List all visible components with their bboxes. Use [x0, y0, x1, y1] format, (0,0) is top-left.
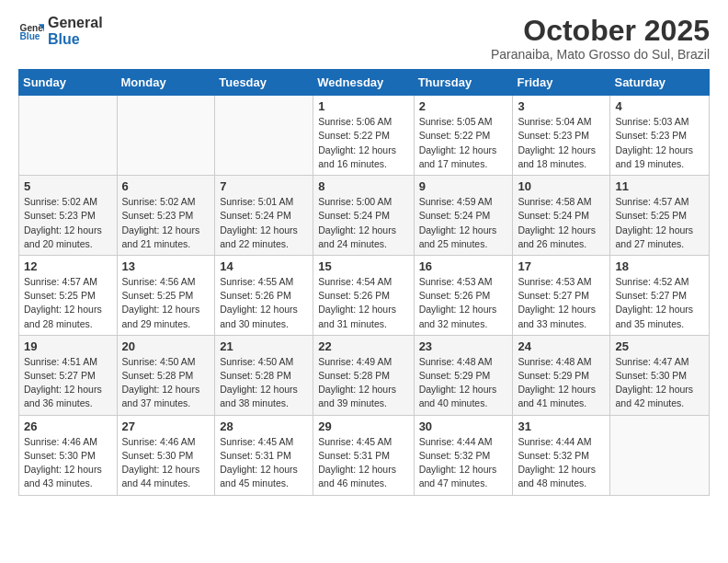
day-info: Sunrise: 5:01 AM Sunset: 5:24 PM Dayligh… — [220, 195, 308, 251]
day-number: 29 — [318, 419, 408, 433]
calendar-cell: 14Sunrise: 4:55 AM Sunset: 5:26 PM Dayli… — [215, 255, 313, 335]
day-number: 11 — [615, 179, 704, 193]
calendar-cell — [117, 96, 215, 176]
calendar-cell: 30Sunrise: 4:44 AM Sunset: 5:32 PM Dayli… — [414, 415, 513, 495]
day-info: Sunrise: 4:44 AM Sunset: 5:32 PM Dayligh… — [518, 435, 605, 491]
day-info: Sunrise: 5:06 AM Sunset: 5:22 PM Dayligh… — [318, 115, 408, 171]
day-number: 28 — [220, 419, 308, 433]
day-number: 10 — [518, 179, 605, 193]
calendar-cell: 1Sunrise: 5:06 AM Sunset: 5:22 PM Daylig… — [313, 96, 414, 176]
day-info: Sunrise: 4:57 AM Sunset: 5:25 PM Dayligh… — [615, 195, 704, 251]
calendar-cell: 12Sunrise: 4:57 AM Sunset: 5:25 PM Dayli… — [19, 255, 118, 335]
day-info: Sunrise: 4:48 AM Sunset: 5:29 PM Dayligh… — [419, 355, 508, 411]
day-number: 30 — [419, 419, 508, 433]
weekday-header-sunday: Sunday — [19, 70, 118, 96]
day-number: 1 — [318, 99, 408, 113]
logo-general: General — [48, 15, 103, 31]
calendar-cell: 20Sunrise: 4:50 AM Sunset: 5:28 PM Dayli… — [117, 335, 215, 415]
day-info: Sunrise: 4:50 AM Sunset: 5:28 PM Dayligh… — [122, 355, 210, 411]
day-info: Sunrise: 4:56 AM Sunset: 5:25 PM Dayligh… — [122, 275, 210, 331]
day-number: 18 — [615, 259, 704, 273]
day-info: Sunrise: 4:45 AM Sunset: 5:31 PM Dayligh… — [318, 435, 408, 491]
calendar-cell: 6Sunrise: 5:02 AM Sunset: 5:23 PM Daylig… — [117, 176, 215, 256]
day-info: Sunrise: 4:49 AM Sunset: 5:28 PM Dayligh… — [318, 355, 408, 411]
day-number: 26 — [24, 419, 112, 433]
calendar-cell: 16Sunrise: 4:53 AM Sunset: 5:26 PM Dayli… — [414, 255, 513, 335]
calendar-cell — [19, 96, 118, 176]
day-number: 3 — [518, 99, 605, 113]
weekday-header-thursday: Thursday — [414, 70, 513, 96]
day-number: 17 — [518, 259, 605, 273]
day-info: Sunrise: 4:45 AM Sunset: 5:31 PM Dayligh… — [220, 435, 308, 491]
day-number: 13 — [122, 259, 210, 273]
day-info: Sunrise: 5:03 AM Sunset: 5:23 PM Dayligh… — [615, 115, 704, 171]
weekday-header-tuesday: Tuesday — [215, 70, 313, 96]
logo: General Blue General Blue — [18, 15, 103, 49]
calendar-cell: 22Sunrise: 4:49 AM Sunset: 5:28 PM Dayli… — [313, 335, 414, 415]
weekday-header-wednesday: Wednesday — [313, 70, 414, 96]
calendar-cell: 8Sunrise: 5:00 AM Sunset: 5:24 PM Daylig… — [313, 176, 414, 256]
calendar-cell: 5Sunrise: 5:02 AM Sunset: 5:23 PM Daylig… — [19, 176, 118, 256]
day-info: Sunrise: 4:52 AM Sunset: 5:27 PM Dayligh… — [615, 275, 704, 331]
day-number: 5 — [24, 179, 112, 193]
day-number: 25 — [615, 339, 704, 353]
calendar-cell: 11Sunrise: 4:57 AM Sunset: 5:25 PM Dayli… — [610, 176, 710, 256]
day-info: Sunrise: 4:51 AM Sunset: 5:27 PM Dayligh… — [24, 355, 112, 411]
calendar-cell: 24Sunrise: 4:48 AM Sunset: 5:29 PM Dayli… — [513, 335, 610, 415]
day-number: 27 — [122, 419, 210, 433]
calendar-cell: 18Sunrise: 4:52 AM Sunset: 5:27 PM Dayli… — [610, 255, 710, 335]
calendar-cell: 3Sunrise: 5:04 AM Sunset: 5:23 PM Daylig… — [513, 96, 610, 176]
logo-blue: Blue — [48, 31, 103, 48]
day-info: Sunrise: 5:05 AM Sunset: 5:22 PM Dayligh… — [419, 115, 508, 171]
day-number: 7 — [220, 179, 308, 193]
day-number: 21 — [220, 339, 308, 353]
day-info: Sunrise: 4:57 AM Sunset: 5:25 PM Dayligh… — [24, 275, 112, 331]
day-info: Sunrise: 4:53 AM Sunset: 5:26 PM Dayligh… — [419, 275, 508, 331]
calendar-cell: 25Sunrise: 4:47 AM Sunset: 5:30 PM Dayli… — [610, 335, 710, 415]
day-number: 19 — [24, 339, 112, 353]
calendar-cell: 29Sunrise: 4:45 AM Sunset: 5:31 PM Dayli… — [313, 415, 414, 495]
svg-text:Blue: Blue — [20, 32, 40, 42]
calendar: SundayMondayTuesdayWednesdayThursdayFrid… — [18, 69, 710, 495]
calendar-cell: 17Sunrise: 4:53 AM Sunset: 5:27 PM Dayli… — [513, 255, 610, 335]
day-number: 20 — [122, 339, 210, 353]
calendar-cell — [610, 415, 710, 495]
subtitle: Paranaiba, Mato Grosso do Sul, Brazil — [491, 47, 710, 62]
day-info: Sunrise: 4:50 AM Sunset: 5:28 PM Dayligh… — [220, 355, 308, 411]
day-info: Sunrise: 4:54 AM Sunset: 5:26 PM Dayligh… — [318, 275, 408, 331]
day-info: Sunrise: 4:47 AM Sunset: 5:30 PM Dayligh… — [615, 355, 704, 411]
calendar-cell: 9Sunrise: 4:59 AM Sunset: 5:24 PM Daylig… — [414, 176, 513, 256]
day-number: 12 — [24, 259, 112, 273]
day-info: Sunrise: 5:02 AM Sunset: 5:23 PM Dayligh… — [24, 195, 112, 251]
calendar-cell: 27Sunrise: 4:46 AM Sunset: 5:30 PM Dayli… — [117, 415, 215, 495]
day-info: Sunrise: 4:58 AM Sunset: 5:24 PM Dayligh… — [518, 195, 605, 251]
day-number: 4 — [615, 99, 704, 113]
calendar-cell: 31Sunrise: 4:44 AM Sunset: 5:32 PM Dayli… — [513, 415, 610, 495]
title-block: October 2025 Paranaiba, Mato Grosso do S… — [491, 15, 710, 62]
day-info: Sunrise: 4:53 AM Sunset: 5:27 PM Dayligh… — [518, 275, 605, 331]
weekday-header-friday: Friday — [513, 70, 610, 96]
day-number: 23 — [419, 339, 508, 353]
day-number: 14 — [220, 259, 308, 273]
calendar-cell: 19Sunrise: 4:51 AM Sunset: 5:27 PM Dayli… — [19, 335, 118, 415]
calendar-cell: 15Sunrise: 4:54 AM Sunset: 5:26 PM Dayli… — [313, 255, 414, 335]
day-info: Sunrise: 4:46 AM Sunset: 5:30 PM Dayligh… — [122, 435, 210, 491]
day-number: 2 — [419, 99, 508, 113]
day-number: 9 — [419, 179, 508, 193]
day-info: Sunrise: 5:00 AM Sunset: 5:24 PM Dayligh… — [318, 195, 408, 251]
day-number: 31 — [518, 419, 605, 433]
calendar-cell: 13Sunrise: 4:56 AM Sunset: 5:25 PM Dayli… — [117, 255, 215, 335]
weekday-header-monday: Monday — [117, 70, 215, 96]
day-info: Sunrise: 4:55 AM Sunset: 5:26 PM Dayligh… — [220, 275, 308, 331]
day-info: Sunrise: 5:02 AM Sunset: 5:23 PM Dayligh… — [122, 195, 210, 251]
calendar-cell: 2Sunrise: 5:05 AM Sunset: 5:22 PM Daylig… — [414, 96, 513, 176]
day-number: 24 — [518, 339, 605, 353]
calendar-cell: 4Sunrise: 5:03 AM Sunset: 5:23 PM Daylig… — [610, 96, 710, 176]
day-info: Sunrise: 4:46 AM Sunset: 5:30 PM Dayligh… — [24, 435, 112, 491]
day-number: 6 — [122, 179, 210, 193]
day-number: 16 — [419, 259, 508, 273]
calendar-cell: 7Sunrise: 5:01 AM Sunset: 5:24 PM Daylig… — [215, 176, 313, 256]
day-info: Sunrise: 4:48 AM Sunset: 5:29 PM Dayligh… — [518, 355, 605, 411]
calendar-cell — [215, 96, 313, 176]
day-number: 8 — [318, 179, 408, 193]
